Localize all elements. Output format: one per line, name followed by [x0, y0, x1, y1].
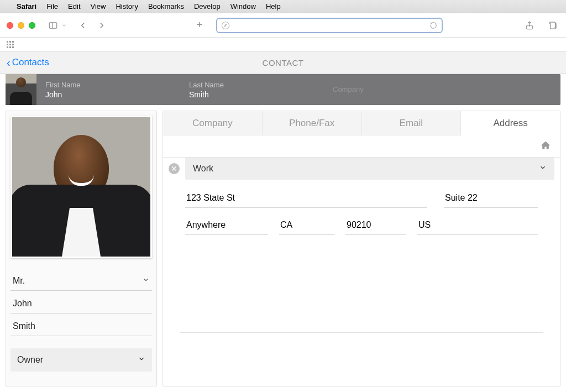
band-first-name-label: First Name — [45, 81, 189, 89]
traffic-lights — [7, 22, 35, 29]
tab-email-label: Email — [400, 118, 423, 129]
address-bar[interactable] — [216, 18, 443, 33]
menubar-item-help[interactable]: Help — [266, 2, 281, 11]
tabs-overview-button[interactable] — [546, 20, 559, 31]
compass-icon — [222, 22, 229, 29]
band-last-name-value: Smith — [189, 90, 333, 99]
menubar-item-bookmarks[interactable]: Bookmarks — [148, 2, 184, 11]
back-link-label: Contacts — [12, 57, 49, 68]
country-value: US — [418, 220, 431, 229]
tab-email[interactable]: Email — [362, 111, 462, 135]
address-type-value: Work — [193, 164, 213, 174]
zip-value: 90210 — [347, 220, 371, 229]
address-icon-row — [163, 135, 560, 158]
nav-forward-button[interactable] — [95, 20, 108, 31]
band-first-name-value: John — [45, 90, 189, 99]
role-select[interactable]: Owner — [11, 348, 152, 372]
menubar-item-edit[interactable]: Edit — [68, 2, 80, 11]
city-value: Anywhere — [186, 220, 226, 229]
menubar-item-file[interactable]: File — [46, 2, 58, 11]
address-fields: 123 State St Suite 22 Anywhere CA 90210 … — [163, 180, 560, 244]
contact-thumbnail — [6, 74, 36, 105]
svg-rect-0 — [49, 22, 57, 28]
chevron-left-icon: ‹ — [7, 56, 11, 69]
role-value: Owner — [17, 355, 43, 365]
suite-value: Suite 22 — [445, 193, 478, 202]
prefix-select[interactable]: Mr. — [11, 271, 152, 291]
band-last-name-label: Last Name — [189, 81, 333, 89]
last-name-value: Smith — [13, 321, 35, 331]
first-name-value: John — [13, 299, 32, 309]
back-to-contacts-link[interactable]: ‹ Contacts — [7, 56, 49, 69]
tab-phone-fax-label: Phone/Fax — [289, 118, 334, 129]
divider — [180, 332, 543, 333]
macos-menubar: Safari File Edit View History Bookmarks … — [0, 0, 566, 13]
home-icon[interactable] — [540, 140, 551, 153]
fullscreen-window-button[interactable] — [29, 22, 35, 29]
menubar-item-develop[interactable]: Develop — [194, 2, 221, 11]
street-value: 123 State St — [186, 193, 235, 202]
address-type-row: ✕ Work — [163, 158, 560, 180]
street-field[interactable]: 123 State St — [185, 189, 427, 208]
close-window-button[interactable] — [7, 22, 13, 29]
nav-back-button[interactable] — [76, 20, 90, 31]
remove-address-button[interactable]: ✕ — [169, 163, 180, 174]
minimize-window-button[interactable] — [18, 22, 24, 29]
right-panel: Company Phone/Fax Email Address ✕ Work 1… — [163, 111, 560, 386]
new-tab-button[interactable]: + — [193, 20, 206, 31]
chevron-down-icon — [539, 164, 547, 174]
chevron-down-icon — [138, 355, 145, 365]
tab-company[interactable]: Company — [163, 111, 263, 135]
tab-address-label: Address — [493, 118, 527, 129]
menubar-app-name[interactable]: Safari — [17, 2, 36, 11]
zip-field[interactable]: 90210 — [345, 216, 406, 235]
city-field[interactable]: Anywhere — [185, 216, 268, 235]
sidebar-toggle-button[interactable] — [46, 20, 60, 31]
menubar-item-window[interactable]: Window — [230, 2, 256, 11]
menubar-item-view[interactable]: View — [91, 2, 106, 11]
band-company-label: Company — [333, 85, 364, 93]
main-area: Mr. John Smith Owner Company Phone/Fax — [0, 105, 566, 392]
favorites-bar — [0, 38, 566, 51]
state-value: CA — [280, 220, 292, 229]
contact-photo[interactable] — [11, 116, 152, 258]
menubar-item-history[interactable]: History — [116, 2, 138, 11]
first-name-field[interactable]: John — [11, 294, 152, 313]
page-title: CONTACT — [263, 58, 304, 67]
contact-header-band: First Name John Last Name Smith Company — [6, 74, 560, 105]
reload-icon[interactable] — [429, 22, 437, 29]
state-field[interactable]: CA — [279, 216, 334, 235]
chevron-down-icon — [142, 276, 150, 286]
url-input[interactable] — [233, 21, 426, 29]
left-panel: Mr. John Smith Owner — [6, 111, 157, 386]
share-button[interactable] — [523, 20, 536, 31]
suite-field[interactable]: Suite 22 — [444, 189, 538, 208]
app-nav-bar: ‹ Contacts CONTACT — [0, 51, 566, 74]
sidebar-dropdown-icon[interactable] — [61, 20, 67, 31]
favorites-grid-icon[interactable] — [7, 41, 14, 48]
tab-company-label: Company — [192, 118, 233, 129]
detail-tabs: Company Phone/Fax Email Address — [163, 111, 560, 135]
country-field[interactable]: US — [417, 216, 538, 235]
last-name-field[interactable]: Smith — [11, 317, 152, 336]
prefix-value: Mr. — [13, 276, 25, 286]
safari-toolbar: + — [0, 13, 566, 38]
tab-phone-fax[interactable]: Phone/Fax — [263, 111, 362, 135]
address-type-select[interactable]: Work — [185, 158, 554, 180]
tab-address[interactable]: Address — [461, 111, 560, 135]
